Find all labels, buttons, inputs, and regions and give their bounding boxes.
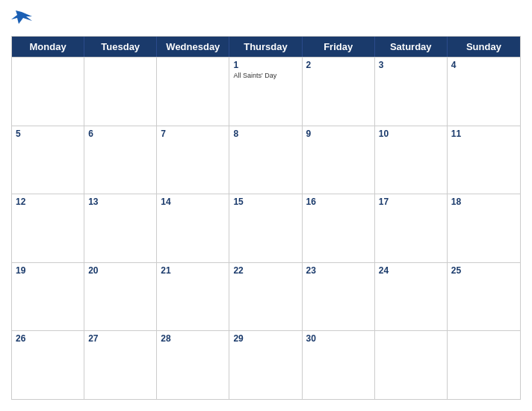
day-cell: 18 (448, 194, 520, 262)
day-number: 14 (161, 197, 225, 207)
day-number: 6 (88, 129, 152, 139)
day-header-friday: Friday (303, 37, 375, 57)
day-header-sunday: Sunday (448, 37, 520, 57)
day-number: 2 (306, 60, 371, 70)
logo-bird-icon (11, 10, 32, 27)
day-number: 23 (306, 265, 371, 276)
day-number: 11 (451, 129, 516, 139)
day-cell: 5 (12, 126, 84, 194)
day-cell: 19 (12, 263, 84, 331)
week-row-2: 567891011 (12, 126, 520, 194)
day-header-tuesday: Tuesday (84, 37, 157, 57)
day-cell: 17 (375, 194, 448, 262)
day-number: 28 (161, 333, 225, 344)
day-number: 4 (451, 60, 516, 70)
day-cell: 20 (84, 263, 157, 331)
day-number: 16 (306, 197, 371, 207)
day-cell: 22 (229, 263, 302, 331)
week-row-4: 19202122232425 (12, 262, 520, 331)
day-cell: 21 (157, 263, 229, 331)
day-number: 18 (451, 197, 516, 207)
day-cell: 12 (12, 194, 84, 262)
day-number: 26 (16, 333, 80, 344)
calendar: MondayTuesdayWednesdayThursdayFridaySatu… (11, 36, 521, 400)
day-cell: 30 (303, 331, 375, 399)
day-cell (157, 58, 229, 126)
day-cell: 26 (12, 331, 84, 399)
day-number: 17 (379, 197, 443, 207)
day-cell: 7 (157, 126, 229, 194)
day-cell (84, 58, 157, 126)
day-cell: 23 (303, 263, 375, 331)
day-number: 10 (379, 129, 443, 139)
day-headers-row: MondayTuesdayWednesdayThursdayFridaySatu… (12, 37, 520, 57)
day-cell (448, 331, 520, 399)
day-number: 8 (233, 129, 297, 139)
day-number: 21 (161, 265, 225, 276)
day-cell: 27 (84, 331, 157, 399)
day-number: 15 (233, 197, 297, 207)
day-cell: 28 (157, 331, 229, 399)
day-cell: 16 (303, 194, 375, 262)
day-cell: 3 (375, 58, 448, 126)
day-cell: 25 (448, 263, 520, 331)
day-cell: 2 (303, 58, 375, 126)
day-cell: 24 (375, 263, 448, 331)
day-cell: 11 (448, 126, 520, 194)
holiday-label: All Saints' Day (233, 72, 297, 80)
day-cell: 4 (448, 58, 520, 126)
day-cell: 15 (229, 194, 302, 262)
day-number: 3 (379, 60, 443, 70)
day-number: 24 (379, 265, 443, 276)
day-number: 29 (233, 333, 297, 344)
day-cell: 13 (84, 194, 157, 262)
day-number: 22 (233, 265, 297, 276)
day-header-thursday: Thursday (229, 37, 302, 57)
day-header-monday: Monday (12, 37, 84, 57)
day-cell: 14 (157, 194, 229, 262)
week-row-1: 1All Saints' Day234 (12, 57, 520, 126)
day-number: 7 (161, 129, 225, 139)
day-cell: 9 (303, 126, 375, 194)
day-number: 19 (16, 265, 80, 276)
day-cell: 1All Saints' Day (229, 58, 302, 126)
day-header-wednesday: Wednesday (157, 37, 229, 57)
day-number: 1 (233, 60, 297, 70)
day-number: 13 (88, 197, 152, 207)
day-cell (12, 58, 84, 126)
day-cell: 8 (229, 126, 302, 194)
day-number: 20 (88, 265, 152, 276)
week-row-3: 12131415161718 (12, 194, 520, 262)
day-header-saturday: Saturday (375, 37, 448, 57)
calendar-header (11, 7, 521, 30)
day-cell (375, 331, 448, 399)
day-cell: 29 (229, 331, 302, 399)
svg-marker-0 (11, 10, 32, 24)
day-number: 5 (16, 129, 80, 139)
day-cell: 10 (375, 126, 448, 194)
week-row-5: 2627282930 (12, 330, 520, 399)
day-number: 30 (306, 333, 371, 344)
day-number: 12 (16, 197, 80, 207)
day-number: 27 (88, 333, 152, 344)
day-number: 9 (306, 129, 371, 139)
day-cell: 6 (84, 126, 157, 194)
calendar-body: 1All Saints' Day234567891011121314151617… (12, 57, 520, 399)
logo (11, 10, 35, 27)
day-number: 25 (451, 265, 516, 276)
